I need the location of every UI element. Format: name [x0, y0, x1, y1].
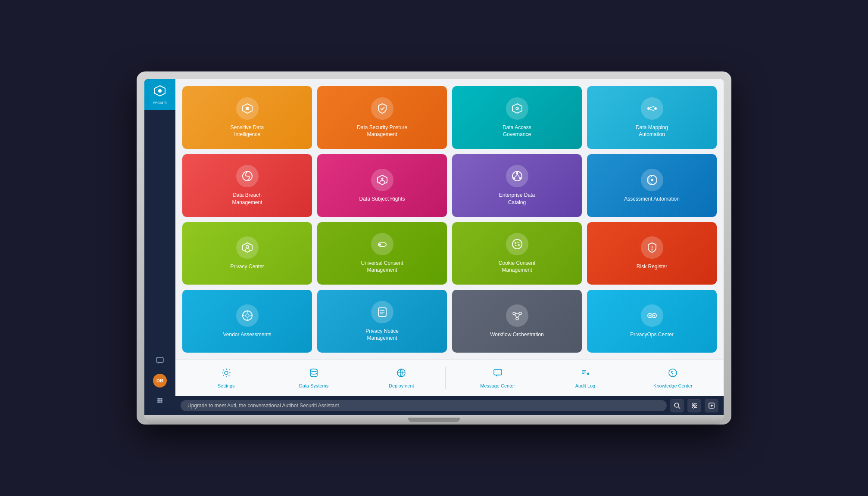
- message-center-icon: [493, 368, 503, 381]
- sidebar-logo-text: securiti: [153, 100, 167, 105]
- privacy-center-icon: [236, 236, 259, 259]
- tile-sensitive-data-intelligence[interactable]: Sensitive DataIntelligence: [182, 86, 312, 149]
- svg-point-37: [518, 244, 520, 246]
- tile-vendor-assessments[interactable]: Vendor Assessments: [182, 290, 312, 353]
- svg-point-60: [653, 315, 655, 316]
- deployment-label: Deployment: [389, 383, 414, 388]
- privacyops-center-icon: [641, 304, 663, 327]
- svg-point-8: [161, 400, 162, 401]
- knowledge-center-label: Knowledge Center: [653, 383, 693, 388]
- grid-row-1: Data BreachManagement Data Subject Right…: [182, 154, 717, 217]
- vendor-assessments-icon: [236, 304, 259, 327]
- svg-point-4: [159, 398, 161, 400]
- svg-point-73: [674, 403, 679, 407]
- svg-point-80: [693, 406, 694, 408]
- settings-label: Settings: [218, 383, 235, 388]
- tile-privacy-center[interactable]: Privacy Center: [182, 222, 312, 285]
- svg-point-72: [672, 375, 673, 375]
- svg-point-40: [651, 249, 653, 251]
- svg-point-52: [519, 312, 521, 315]
- bottom-tile-deployment[interactable]: Deployment: [358, 363, 445, 393]
- tile-privacyops-center[interactable]: PrivacyOps Center: [587, 290, 717, 353]
- data-mapping-automation-icon: [641, 97, 663, 120]
- search-icon[interactable]: [670, 399, 684, 412]
- tile-workflow-orchestration[interactable]: Workflow Orchestration: [452, 290, 582, 353]
- bottom-tile-message-center[interactable]: Message Center: [454, 363, 541, 393]
- tile-data-breach-management[interactable]: Data BreachManagement: [182, 154, 312, 217]
- data-security-posture-management-label: Data Security PostureManagement: [357, 124, 407, 138]
- workflow-orchestration-icon: [506, 304, 528, 327]
- laptop-base: [144, 415, 724, 425]
- data-systems-label: Data Systems: [299, 383, 328, 388]
- tile-data-mapping-automation[interactable]: Data MappingAutomation: [587, 86, 717, 149]
- data-access-governance-label: Data AccessGovernance: [503, 124, 531, 138]
- svg-point-25: [519, 177, 521, 180]
- svg-point-79: [694, 405, 696, 406]
- svg-point-17: [647, 107, 650, 110]
- bottom-divider: [445, 367, 446, 389]
- deployment-icon: [396, 368, 406, 381]
- bottom-tile-audit-log[interactable]: Audit Log: [541, 363, 629, 393]
- cookie-consent-management-label: Cookie ConsentManagement: [499, 260, 535, 273]
- data-breach-management-label: Data BreachManagement: [232, 192, 262, 205]
- laptop-outer: securiti DB: [137, 71, 731, 425]
- svg-line-26: [515, 174, 517, 178]
- tile-privacy-notice-management[interactable]: Privacy NoticeManagement: [317, 290, 447, 353]
- tile-cookie-consent-management[interactable]: Cookie ConsentManagement: [452, 222, 582, 285]
- data-subject-rights-icon: [371, 169, 393, 191]
- chat-icon[interactable]: [152, 353, 168, 369]
- tile-universal-consent-management[interactable]: Universal ConsentManagement: [317, 222, 447, 285]
- data-access-governance-icon: [506, 97, 528, 120]
- svg-point-78: [693, 403, 694, 405]
- bottom-tile-data-systems[interactable]: Data Systems: [270, 363, 357, 393]
- svg-point-6: [157, 400, 159, 401]
- settings-icon: [221, 368, 231, 381]
- tile-data-security-posture-management[interactable]: Data Security PostureManagement: [317, 86, 447, 149]
- grid-row-3: Vendor Assessments Privacy NoticeManagem…: [182, 290, 717, 353]
- svg-line-55: [515, 315, 517, 318]
- play-icon[interactable]: [705, 399, 718, 412]
- svg-point-16: [517, 108, 518, 109]
- bottom-tile-knowledge-center[interactable]: Knowledge Center: [629, 363, 717, 393]
- tile-data-access-governance[interactable]: Data AccessGovernance: [452, 86, 582, 149]
- svg-point-9: [157, 401, 159, 403]
- apps-icon[interactable]: [152, 393, 168, 408]
- data-systems-icon: [309, 368, 319, 381]
- sidebar-logo[interactable]: securiti: [144, 79, 175, 110]
- status-bar: Upgrade to meet Auti, the conversational…: [175, 396, 724, 415]
- sidebar: securiti DB: [144, 79, 175, 415]
- svg-point-21: [381, 177, 383, 180]
- svg-point-42: [246, 314, 249, 317]
- user-avatar[interactable]: DB: [153, 374, 167, 388]
- workflow-orchestration-label: Workflow Orchestration: [490, 331, 543, 338]
- svg-point-36: [517, 242, 518, 243]
- settings-icon[interactable]: [687, 399, 701, 412]
- svg-point-7: [159, 400, 161, 401]
- svg-point-18: [654, 107, 657, 110]
- knowledge-center-icon: [668, 368, 678, 381]
- bottom-tile-settings[interactable]: Settings: [182, 363, 270, 393]
- laptop-notch: [408, 418, 460, 422]
- universal-consent-management-label: Universal ConsentManagement: [361, 260, 403, 273]
- risk-register-icon: [641, 236, 663, 259]
- svg-point-59: [649, 315, 651, 316]
- tile-data-subject-rights[interactable]: Data Subject Rights: [317, 154, 447, 217]
- tile-risk-register[interactable]: Risk Register: [587, 222, 717, 285]
- universal-consent-management-icon: [371, 233, 393, 255]
- sensitive-data-intelligence-icon: [236, 97, 259, 120]
- privacy-notice-management-label: Privacy NoticeManagement: [365, 328, 399, 341]
- svg-line-27: [517, 174, 520, 178]
- svg-line-74: [678, 407, 680, 409]
- svg-point-10: [159, 401, 161, 403]
- data-security-posture-management-icon: [371, 97, 393, 120]
- svg-point-35: [515, 242, 516, 244]
- svg-point-29: [651, 179, 653, 181]
- vendor-assessments-label: Vendor Assessments: [223, 331, 271, 338]
- svg-point-61: [225, 371, 228, 375]
- svg-point-51: [513, 312, 515, 315]
- svg-line-56: [518, 315, 520, 318]
- tile-enterprise-data-catalog[interactable]: Enterprise DataCatalog: [452, 154, 582, 217]
- grid-row-2: Privacy Center Universal ConsentManageme…: [182, 222, 717, 285]
- svg-point-1: [158, 89, 162, 93]
- tile-assessment-automation[interactable]: Assessment Automation: [587, 154, 717, 217]
